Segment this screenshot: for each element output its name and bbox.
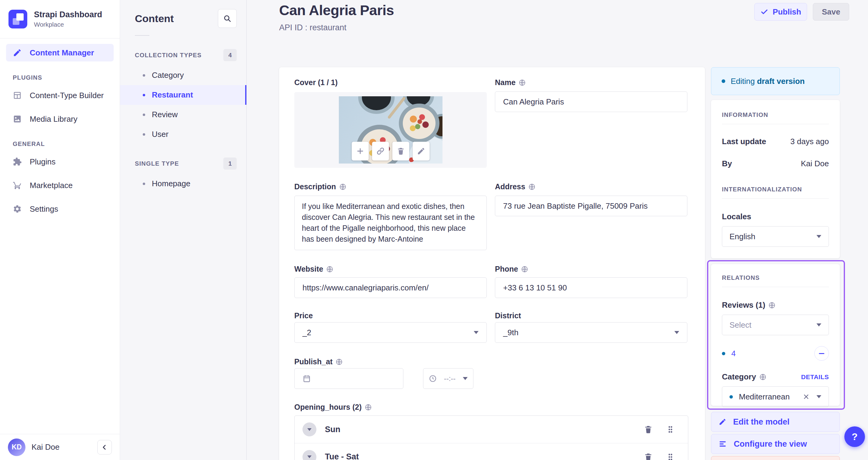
check-icon — [761, 8, 768, 16]
website-input[interactable] — [294, 277, 487, 298]
search-button[interactable] — [218, 9, 237, 28]
page-title: Can Alegria Paris — [279, 2, 394, 19]
phone-input[interactable] — [495, 277, 687, 298]
pencil-icon — [417, 147, 425, 155]
edit-model-button[interactable]: Edit the model — [711, 412, 840, 432]
locale-select[interactable]: English — [722, 226, 829, 247]
accordion-row-tue-sat[interactable]: Tue - Sat — [294, 443, 688, 460]
workspace-subtitle: Workplace — [34, 21, 102, 28]
nav-section-general: GENERAL — [13, 140, 114, 147]
main-nav: Strapi Dashboard Workplace Content Manag… — [0, 0, 120, 460]
address-input[interactable] — [495, 196, 687, 216]
time-placeholder: --:-- — [444, 374, 456, 383]
nav-section-plugins: PLUGINS — [13, 74, 114, 81]
strapi-dashboard: Strapi Dashboard Workplace Content Manag… — [0, 0, 868, 460]
sidebar-item-label: Media Library — [30, 114, 78, 124]
globe-icon — [519, 79, 526, 86]
configure-view-button[interactable]: Configure the view — [711, 434, 840, 454]
information-title: INFORMATION — [722, 111, 829, 119]
search-icon — [223, 14, 231, 23]
globe-icon — [759, 373, 767, 381]
status-dot-icon — [730, 395, 733, 398]
delete-entry-button[interactable] — [711, 456, 840, 460]
chevron-left-icon — [101, 443, 108, 451]
help-button[interactable]: ? — [844, 426, 865, 447]
add-media-button[interactable] — [351, 142, 369, 161]
subnav-item-homepage[interactable]: Homepage — [120, 174, 246, 194]
sidebar-item-media-library[interactable]: Media Library — [6, 110, 114, 128]
opening-hours-component: Sun Tue - Sat — [294, 416, 688, 460]
drag-handle-icon[interactable] — [666, 425, 675, 434]
locales-label: Locales — [722, 212, 829, 221]
accordion-toggle-button[interactable] — [303, 450, 316, 460]
subnav-item-category[interactable]: Category — [120, 65, 246, 85]
internationalization-title: INTERNATIONALIZATION — [722, 186, 829, 193]
review-relation-link[interactable]: 4 — [731, 349, 814, 358]
sidebar-item-marketplace[interactable]: Marketplace — [6, 176, 114, 194]
collapse-sidebar-button[interactable] — [97, 440, 112, 455]
reviews-placeholder: Select — [730, 320, 751, 330]
clear-icon[interactable] — [803, 393, 810, 400]
delete-media-button[interactable] — [392, 142, 409, 161]
last-update-value: 3 days ago — [790, 137, 829, 146]
drag-handle-icon[interactable] — [666, 453, 675, 460]
price-label: Price — [294, 311, 313, 320]
relations-card: RELATIONS Reviews (1) Select 4 Category — [711, 264, 840, 406]
chevron-down-icon — [463, 377, 468, 380]
sidebar-item-settings[interactable]: Settings — [6, 200, 114, 218]
subnav-item-review[interactable]: Review — [120, 105, 246, 125]
edit-media-button[interactable] — [412, 142, 430, 161]
accordion-title: Tue - Sat — [325, 452, 635, 460]
save-button[interactable]: Save — [813, 3, 849, 21]
globe-icon — [339, 183, 346, 191]
avatar[interactable]: KD — [8, 438, 26, 456]
subnav-item-label: User — [152, 130, 168, 139]
district-label: District — [495, 311, 521, 320]
publish-label: Publish — [773, 7, 801, 17]
details-link[interactable]: DETAILS — [801, 373, 829, 381]
workspace-brand[interactable]: Strapi Dashboard Workplace — [0, 0, 120, 38]
user-name: Kai Doe — [32, 442, 91, 452]
publish-button[interactable]: Publish — [754, 3, 807, 21]
name-input[interactable] — [495, 92, 687, 112]
subnav-item-user[interactable]: User — [120, 125, 246, 144]
trash-icon[interactable] — [644, 453, 653, 460]
publish-at-time-select[interactable]: --:-- — [423, 368, 473, 389]
calendar-icon — [303, 374, 311, 383]
reviews-select[interactable]: Select — [722, 315, 829, 335]
draft-banner-bold: draft version — [757, 77, 805, 86]
globe-icon — [521, 266, 528, 273]
category-select[interactable]: Mediterranean — [722, 386, 829, 407]
district-select[interactable]: _9th — [495, 322, 687, 343]
globe-icon — [336, 358, 343, 365]
sidebar-item-content-type-builder[interactable]: Content-Type Builder — [6, 87, 114, 104]
sidebar-item-plugins[interactable]: Plugins — [6, 153, 114, 170]
chevron-down-icon — [816, 323, 821, 326]
group-title-collection-types: COLLECTION TYPES — [135, 52, 202, 59]
sidebar-item-content-manager[interactable]: Content Manager — [6, 44, 114, 62]
divider — [722, 198, 829, 199]
trash-icon[interactable] — [644, 425, 653, 434]
subnav-item-label: Homepage — [152, 179, 190, 188]
gear-icon — [13, 204, 22, 213]
accordion-toggle-button[interactable] — [303, 422, 316, 436]
address-label: Address — [495, 182, 535, 191]
cover-label: Cover (1 / 1) — [294, 78, 338, 87]
cover-image[interactable] — [339, 96, 442, 164]
review-relation-item: 4 — [722, 346, 829, 361]
district-value: _9th — [503, 328, 519, 337]
bullet-icon — [143, 113, 145, 116]
globe-icon — [326, 266, 333, 273]
copy-link-button[interactable] — [372, 142, 389, 161]
description-textarea[interactable]: If you like Mediterranean and exotic dis… — [294, 196, 487, 250]
subnav-item-label: Restaurant — [152, 90, 193, 100]
publish-at-date-input[interactable] — [294, 368, 403, 389]
entry-form-card: Cover (1 / 1) — [279, 67, 705, 460]
subnav-item-restaurant[interactable]: Restaurant — [120, 85, 246, 105]
description-label: Description — [294, 182, 346, 191]
accordion-row-sun[interactable]: Sun — [294, 416, 688, 443]
chevron-down-icon — [474, 331, 478, 334]
price-select[interactable]: _2 — [294, 322, 487, 343]
question-mark-icon: ? — [851, 431, 858, 442]
remove-relation-button[interactable] — [814, 346, 829, 361]
